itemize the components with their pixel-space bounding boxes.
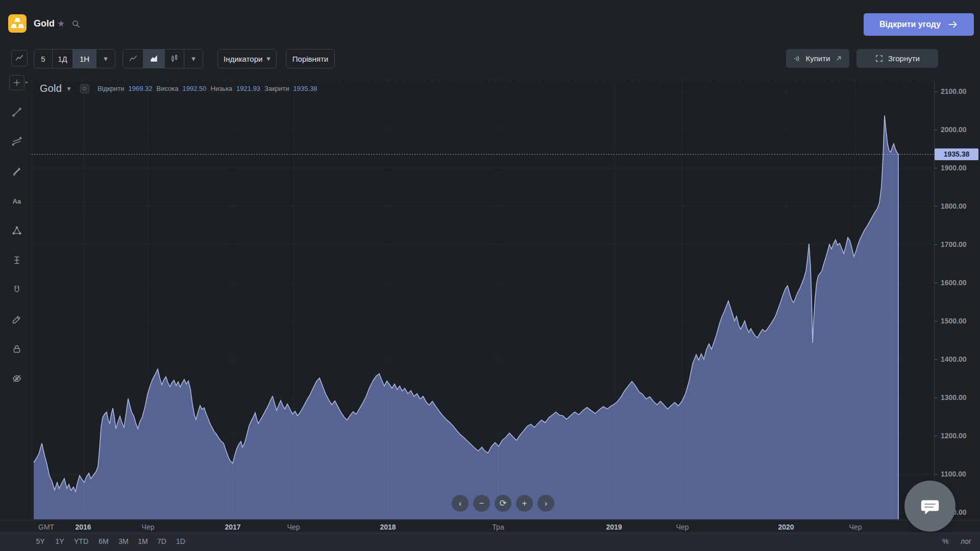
range-button-1M[interactable]: 1M <box>138 537 148 545</box>
price-tick <box>935 91 937 92</box>
range-button-6M[interactable]: 6M <box>99 537 108 545</box>
price-tick <box>935 283 937 283</box>
ohlc-value: 1935.38 <box>293 85 317 92</box>
time-axis-label-Тра[interactable]: Тра <box>492 523 504 531</box>
price-axis-label: 1100.00 <box>941 470 966 478</box>
time-axis-label-Чер[interactable]: Чер <box>142 523 155 531</box>
log-scale-button[interactable]: лог <box>961 537 971 545</box>
ohlc-value: 1921.93 <box>236 85 260 92</box>
price-tick <box>935 244 937 245</box>
range-button-YTD[interactable]: YTD <box>74 537 88 545</box>
range-button-1Y[interactable]: 1Y <box>55 537 64 545</box>
ohlc-label: Закрити <box>264 85 289 92</box>
price-tick <box>935 168 937 168</box>
timezone-label[interactable]: GMT <box>38 523 54 531</box>
price-axis-label: 1300.00 <box>941 393 967 402</box>
time-axis[interactable]: GMT 2016Чер2017Чер2018Тра2019Чер2020Чер <box>0 520 980 533</box>
chart-legend: Gold ▼ Відкрити1969.32Висока1992.50Низьк… <box>40 83 317 94</box>
ohlc-value: 1992.50 <box>183 85 207 92</box>
price-tick <box>935 321 937 321</box>
time-axis-label-2018[interactable]: 2018 <box>380 523 396 531</box>
price-axis-label: 1600.00 <box>941 279 967 287</box>
ohlc-values: Відкрити1969.32Висока1992.50Низька1921.9… <box>97 85 317 92</box>
scroll-left-button[interactable]: ‹ <box>452 495 469 512</box>
price-axis-label: 1500.00 <box>941 317 967 325</box>
reset-view-button[interactable]: ⟳ <box>495 495 511 512</box>
price-axis[interactable]: 1000.001100.001200.001300.001400.001500.… <box>934 80 980 520</box>
range-button-7D[interactable]: 7D <box>157 537 166 545</box>
time-axis-label-Чер[interactable]: Чер <box>287 523 300 531</box>
range-bar: 5Y1YYTD6M3M1M7D1D%лог <box>0 533 980 551</box>
price-axis-label: 2000.00 <box>941 126 967 134</box>
time-axis-label-Чер[interactable]: Чер <box>849 523 862 531</box>
price-tick <box>935 130 937 130</box>
chart-nav-controls: ‹−⟳+› <box>452 495 554 512</box>
legend-symbol: Gold <box>40 83 62 94</box>
price-axis-label: 1900.00 <box>941 164 967 172</box>
range-button-5Y[interactable]: 5Y <box>36 537 44 545</box>
zoom-out-button[interactable]: − <box>473 495 490 512</box>
range-button-3M[interactable]: 3M <box>118 537 128 545</box>
price-tick <box>935 206 937 207</box>
zoom-in-button[interactable]: + <box>516 495 533 512</box>
ohlc-label: Низька <box>211 85 233 92</box>
current-price-tag: 1935.38 <box>935 148 978 160</box>
time-axis-label-2020[interactable]: 2020 <box>778 523 794 531</box>
chat-button[interactable] <box>904 481 955 532</box>
price-axis-label: 1400.00 <box>941 355 967 363</box>
chat-bubble-icon <box>918 494 942 518</box>
price-tick <box>935 474 937 474</box>
price-axis-label: 1800.00 <box>941 202 967 210</box>
source-icon[interactable] <box>80 84 89 93</box>
price-axis-label: 1700.00 <box>941 240 967 248</box>
price-tick <box>935 397 937 398</box>
legend-chevron-down-icon[interactable]: ▼ <box>66 85 72 92</box>
ohlc-label: Висока <box>156 85 178 92</box>
time-axis-label-2019[interactable]: 2019 <box>606 523 622 531</box>
time-axis-label-2017[interactable]: 2017 <box>225 523 240 531</box>
price-tick <box>935 436 937 436</box>
price-tick <box>935 359 937 360</box>
ohlc-label: Відкрити <box>97 85 125 92</box>
time-axis-label-2016[interactable]: 2016 <box>75 523 91 531</box>
price-axis-label: 1200.00 <box>941 432 967 440</box>
range-button-1D[interactable]: 1D <box>176 537 185 545</box>
percent-scale-button[interactable]: % <box>942 537 948 545</box>
price-axis-label: 2100.00 <box>941 87 967 95</box>
scroll-right-button[interactable]: › <box>537 495 554 512</box>
ohlc-value: 1969.32 <box>128 85 152 92</box>
time-axis-label-Чер[interactable]: Чер <box>676 523 689 531</box>
